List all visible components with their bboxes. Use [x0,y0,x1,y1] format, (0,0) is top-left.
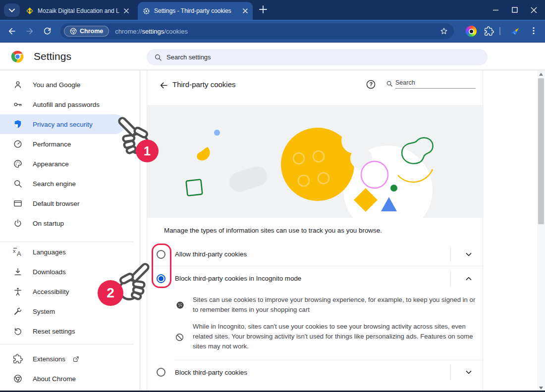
wrench-icon [13,306,23,316]
scrollbar[interactable] [537,70,545,392]
section-title: Third-party cookies [172,80,236,89]
tab-title: Settings - Third-party cookies [154,7,239,14]
mozaik-favicon [26,7,34,15]
close-window-button[interactable] [531,7,537,13]
sidebar-item-label: Autofill and passwords [33,101,100,108]
cookies-illustration [147,105,484,218]
sidebar-item-label: Performance [33,141,71,148]
forward-button[interactable] [25,26,35,36]
back-arrow-button[interactable] [159,81,168,90]
panel-search-input[interactable] [395,78,476,89]
magnifier-icon [13,179,23,189]
option-block-incognito[interactable]: Block third-party cookies in Incognito m… [147,266,484,291]
url-text: chrome://settings/cookies [115,28,188,35]
shield-icon [13,119,23,129]
detail-text-incognito: While in Incognito, sites can't use your… [193,322,480,351]
radio-unselected[interactable] [157,368,165,377]
minimize-button[interactable] [492,7,499,13]
option-label: Allow third-party cookies [175,250,247,258]
close-icon[interactable] [124,8,129,13]
back-button[interactable] [7,26,17,36]
menu-dots-icon[interactable] [529,26,538,35]
search-settings-input[interactable] [166,53,414,61]
sidebar-item-label: On startup [33,220,64,227]
chevron-down-icon [9,8,15,12]
svg-text:x: x [13,248,16,254]
download-icon [13,267,23,277]
tab-search-button[interactable] [4,3,20,17]
tab-mozaik[interactable]: Mozaik Digital Education and L [21,2,134,20]
sidebar-item-default-browser[interactable]: Default browser [0,194,140,213]
key-icon [13,99,23,109]
translate-icon: xA [13,247,23,257]
sidebar-item-label: Reset settings [33,328,75,335]
option-block-third-party[interactable]: Block third-party cookies [147,360,484,384]
row-separator [450,364,451,380]
step-1-badge: 1 [136,140,159,162]
panel-search[interactable] [386,78,476,89]
url-path: /cookies [164,28,188,35]
sidebar-item-extensions[interactable]: Extensions [0,349,140,369]
reload-button[interactable] [43,26,52,36]
maximize-button[interactable] [512,7,518,13]
address-bar[interactable]: Chrome chrome://settings/cookies [60,23,454,39]
row-separator [450,270,451,287]
chevron-down-icon[interactable] [464,367,474,377]
settings-gear-favicon [143,7,150,15]
sidebar-item-about-chrome[interactable]: About Chrome [0,369,140,389]
help-icon[interactable]: ? [366,79,376,90]
sidebar-item-label: Appearance [33,160,69,168]
sidebar-item-autofill[interactable]: Autofill and passwords [0,95,140,114]
sidebar-item-languages[interactable]: xA Languages [0,242,140,262]
chrome-icon [70,28,77,35]
option-allow-third-party[interactable]: Allow third-party cookies [147,243,484,266]
browser-window: Mozaik Digital Education and L Settings … [0,0,545,392]
sidebar-item-label: Downloads [33,268,66,276]
chevron-down-icon[interactable] [464,249,474,259]
toolbar-separator [499,27,500,36]
tab-bar: Mozaik Digital Education and L Settings … [0,0,545,20]
bird-extension-icon[interactable] [509,26,520,37]
plus-icon [259,5,268,14]
sidebar-item-label: Accessibility [33,288,69,295]
tab-title: Mozaik Digital Education and L [38,7,120,14]
step-2-badge: 2 [98,280,123,306]
search-settings-box[interactable] [147,49,488,65]
cookie-icon [175,300,185,310]
sidebar-item-label: System [33,308,55,315]
detail-text-cookies: Sites can use cookies to improve your br… [193,295,480,315]
new-tab-button[interactable] [259,5,268,14]
intro-text: Manage the types of information sites ca… [164,227,382,234]
scrollbar-thumb[interactable] [538,78,544,224]
sidebar-item-search-engine[interactable]: Search engine [0,174,140,194]
scrollbar-up-arrow[interactable] [539,73,543,76]
speedometer-icon [13,139,23,149]
sidebar-divider [0,344,134,344]
extensions-puzzle-icon[interactable] [484,26,494,36]
search-icon [154,53,162,61]
bookmark-star-icon[interactable] [439,27,448,36]
sidebar-item-label: You and Google [33,81,80,89]
sidebar-item-you-and-google[interactable]: You and Google [0,75,140,95]
sidebar-item-reset-settings[interactable]: Reset settings [0,321,140,341]
url-host: settings [142,28,164,35]
sidebar-item-on-startup[interactable]: On startup [0,213,140,233]
sidebar-item-label: Extensions [33,355,65,363]
svg-text:A: A [17,250,21,257]
extension-ring-icon[interactable] [466,26,477,37]
chrome-logo [11,50,24,63]
row-separator [450,246,451,262]
blocked-icon [175,333,184,342]
window-controls [492,0,542,20]
tab-settings[interactable]: Settings - Third-party cookies [138,2,253,20]
close-icon[interactable] [243,8,248,13]
search-icon [386,80,393,87]
palette-icon [13,159,23,169]
sidebar-item-privacy-security[interactable]: Privacy and security [0,114,125,134]
scrollbar-down-arrow[interactable] [539,387,543,390]
person-icon [13,80,23,90]
svg-text:?: ? [370,81,373,87]
external-link-icon [72,355,80,363]
chevron-up-icon[interactable] [464,274,474,284]
option-label: Block third-party cookies [175,369,247,376]
